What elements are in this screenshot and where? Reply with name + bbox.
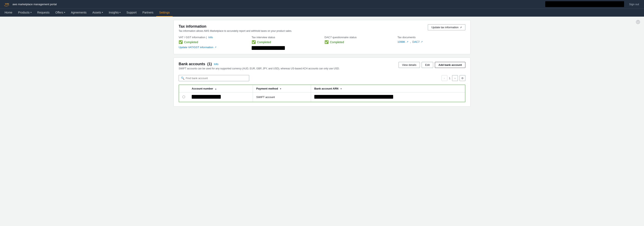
update-vat-link[interactable]: Update VAT/GST information ↗ [179, 46, 216, 49]
bank-card-titles: Bank accounts (1) Info SWIFT accounts ca… [179, 62, 340, 70]
vat-check-icon: ✅ [179, 40, 183, 44]
add-bank-button[interactable]: Add bank account [435, 62, 465, 68]
bank-count: (1) [207, 62, 212, 66]
bank-search-input[interactable] [186, 77, 247, 80]
pagination-page: 1 [449, 77, 450, 80]
tax-docs-links: 1099K ↗ , DAC7 ↗ [398, 40, 466, 43]
nav-item-requests[interactable]: Requests [34, 9, 52, 17]
row-select-cell[interactable] [179, 92, 188, 102]
table-body: SWIFT account [179, 92, 465, 102]
vat-gst-label: VAT / GST information | Info [179, 36, 247, 39]
top-search[interactable] [545, 1, 624, 7]
view-details-button[interactable]: View details [398, 62, 420, 68]
bank-table: Account number ▲ Payment method ▼ Bank a… [179, 85, 465, 102]
logo-text: aws marketplace management portal [12, 3, 57, 6]
vat-info-link[interactable]: Info [208, 36, 213, 39]
nav-item-home[interactable]: Home [2, 9, 15, 17]
bank-arn-sort-icon: ▼ [340, 88, 342, 90]
bank-table-wrapper: Account number ▲ Payment method ▼ Bank a… [179, 85, 465, 102]
col-bank-arn[interactable]: Bank account ARN ▼ [311, 85, 465, 92]
col-account-number[interactable]: Account number ▲ [188, 85, 253, 92]
bank-actions: View details Edit Add bank account [398, 62, 465, 68]
account-number-redacted [192, 95, 221, 99]
table-header: Account number ▲ Payment method ▼ Bank a… [179, 85, 465, 92]
tax-card-titles: Tax information Tax information allows A… [179, 24, 292, 32]
tax-interview-check-icon: ✅ [252, 40, 256, 44]
assets-dropdown-arrow: ▾ [102, 11, 103, 14]
row-bank-arn-cell [311, 92, 465, 102]
account-number-sort-icon: ▲ [215, 88, 217, 90]
tax-interview-label: Tax interview status [252, 36, 320, 39]
tax-card-header: Tax information Tax information allows A… [179, 24, 465, 32]
bank-search-bar[interactable]: 🔍 [179, 75, 249, 81]
table-header-row: Account number ▲ Payment method ▼ Bank a… [179, 85, 465, 92]
dac7-status: ✅ Completed [324, 40, 392, 44]
tax-card-subtitle: Tax information allows AWS Marketplace t… [179, 30, 292, 32]
tax-doc-1099k-link[interactable]: 1099K ↗ [398, 40, 408, 43]
nav-item-partners[interactable]: Partners [140, 9, 156, 17]
table-row: SWIFT account [179, 92, 465, 102]
search-icon: 🔍 [181, 76, 184, 80]
table-toolbar: 🔍 ‹ 1 › ⚙ [179, 73, 465, 84]
tax-grid: VAT / GST information | Info ✅ Completed… [179, 36, 465, 50]
bank-arn-redacted [314, 95, 393, 99]
nav-item-insights[interactable]: Insights ▾ [106, 9, 124, 17]
vat-info-separator: | [206, 36, 208, 39]
top-bar-right: Sign out [545, 1, 641, 7]
dac7-external-icon: ↗ [421, 41, 422, 43]
dac7-check-icon: ✅ [324, 40, 329, 44]
tax-docs-label: Tax documents [398, 36, 466, 39]
row-radio[interactable] [182, 96, 185, 98]
row-payment-method-cell: SWIFT account [253, 92, 311, 102]
nav-item-support[interactable]: Support [124, 9, 140, 17]
nav-item-agreements[interactable]: Agreements [68, 9, 90, 17]
bank-info-link[interactable]: Info [214, 63, 218, 66]
bank-title: Bank accounts [179, 62, 205, 66]
row-account-number-cell [188, 92, 253, 102]
tax-interview-status: ✅ Completed [252, 40, 320, 44]
table-settings-button[interactable]: ⚙ [460, 75, 465, 81]
tax-docs-field: Tax documents 1099K ↗ , DAC7 ↗ [398, 36, 466, 50]
nav-item-products[interactable]: Products ▾ [15, 9, 34, 17]
pagination-controls: ‹ 1 › ⚙ [442, 75, 465, 81]
tax-card-title: Tax information [179, 24, 292, 29]
dac7-label: DAC7 questionnaire status [324, 36, 392, 39]
nav-item-offers[interactable]: Offers ▾ [52, 9, 68, 17]
tax-information-card: Tax information Tax information allows A… [174, 20, 470, 54]
page-content: Tax information Tax information allows A… [168, 17, 476, 113]
tax-interview-redacted [252, 46, 285, 50]
tax-doc-dac7-link[interactable]: DAC7 ↗ [412, 40, 423, 43]
nav-item-settings[interactable]: Settings [156, 9, 172, 17]
vat-status: ✅ Completed [179, 40, 247, 44]
page-info-icon[interactable]: ℹ [636, 20, 640, 24]
bank-subtitle: SWIFT accounts can be used for any suppo… [179, 67, 340, 70]
external-link-icon: ↗ [460, 26, 462, 29]
pagination-next-button[interactable]: › [452, 75, 458, 81]
offers-dropdown-arrow: ▾ [64, 11, 65, 14]
nav-bar: Home Products ▾ Requests Offers ▾ Agreem… [0, 8, 644, 17]
1099k-external-icon: ↗ [406, 41, 408, 43]
col-payment-method[interactable]: Payment method ▼ [253, 85, 311, 92]
update-vat-external-icon: ↗ [214, 46, 216, 49]
bank-accounts-card: Bank accounts (1) Info SWIFT accounts ca… [174, 58, 470, 107]
update-tax-button[interactable]: Update tax information ↗ [428, 24, 465, 30]
vat-gst-field: VAT / GST information | Info ✅ Completed… [179, 36, 247, 50]
dac7-field: DAC7 questionnaire status ✅ Completed [324, 36, 392, 50]
col-select [179, 85, 188, 92]
nav-item-assets[interactable]: Assets ▾ [90, 9, 106, 17]
tax-interview-field: Tax interview status ✅ Completed [252, 36, 320, 50]
products-dropdown-arrow: ▾ [30, 11, 32, 14]
payment-method-sort-icon: ▼ [280, 88, 282, 90]
info-icon[interactable]: ℹ [636, 20, 640, 24]
edit-button[interactable]: Edit [422, 62, 433, 68]
sign-out-button[interactable]: Sign out [628, 3, 641, 6]
bank-header-info: Bank accounts (1) Info [179, 62, 340, 66]
bank-card-header: Bank accounts (1) Info SWIFT accounts ca… [179, 62, 465, 70]
top-bar: aws marketplace management portal Sign o… [0, 0, 644, 8]
pagination-prev-button[interactable]: ‹ [442, 75, 447, 81]
logo: aws marketplace management portal [3, 2, 57, 7]
insights-dropdown-arrow: ▾ [120, 11, 120, 14]
